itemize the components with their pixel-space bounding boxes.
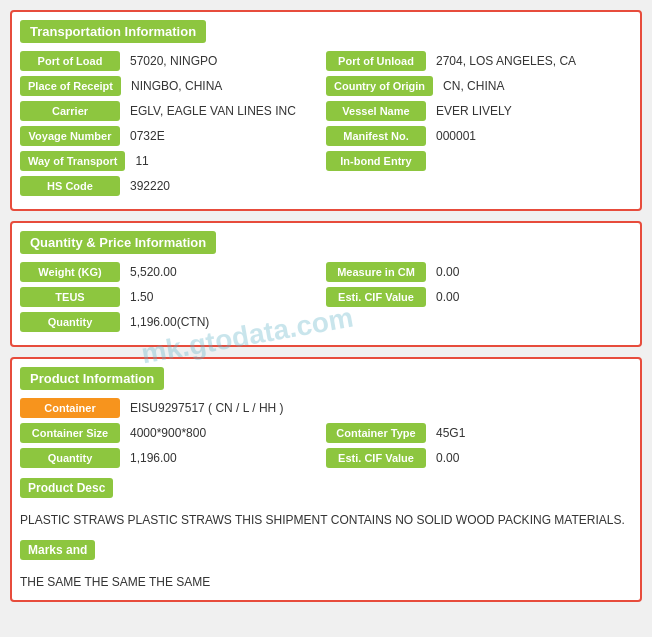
- transport-field-group-right-3: Manifest No. 000001: [326, 126, 632, 146]
- container-type-value: 45G1: [431, 424, 470, 442]
- transport-row-2: Carrier EGLV, EAGLE VAN LINES INC Vessel…: [20, 101, 632, 121]
- marks-section: Marks and THE SAME THE SAME THE SAME: [20, 540, 632, 592]
- transport-row-3: Voyage Number 0732E Manifest No. 000001: [20, 126, 632, 146]
- product-row-0: Container Size 4000*900*800 Container Ty…: [20, 423, 632, 443]
- marks-header: Marks and: [20, 540, 95, 560]
- quantity-label: Quantity: [20, 312, 120, 332]
- voyage-number-label: Voyage Number: [20, 126, 120, 146]
- teus-label: TEUS: [20, 287, 120, 307]
- transport-row-5: HS Code 392220: [20, 176, 632, 196]
- esti-cif-value-label-qty: Esti. CIF Value: [326, 287, 426, 307]
- measure-in-cm-label: Measure in CM: [326, 262, 426, 282]
- quantity-row-2: Quantity 1,196.00(CTN): [20, 312, 632, 332]
- quantity-header: Quantity & Price Information: [20, 231, 216, 254]
- port-of-unload-value: 2704, LOS ANGELES, CA: [431, 52, 581, 70]
- product-row-1: Quantity 1,196.00 Esti. CIF Value 0.00: [20, 448, 632, 468]
- product-header: Product Information: [20, 367, 164, 390]
- transport-field-group-right-0: Port of Unload 2704, LOS ANGELES, CA: [326, 51, 632, 71]
- transport-field-group-right-4: In-bond Entry: [326, 151, 632, 171]
- place-of-receipt-value: NINGBO, CHINA: [126, 77, 227, 95]
- quantity-field-group-right-0: Measure in CM 0.00: [326, 262, 632, 282]
- transport-field-group-left-1: Place of Receipt NINGBO, CHINA: [20, 76, 326, 96]
- transport-field-group-left-5: HS Code 392220: [20, 176, 326, 196]
- transport-field-group-left-2: Carrier EGLV, EAGLE VAN LINES INC: [20, 101, 326, 121]
- quantity-field-group-right-1: Esti. CIF Value 0.00: [326, 287, 632, 307]
- voyage-number-value: 0732E: [125, 127, 170, 145]
- quantity-value: 1,196.00(CTN): [125, 313, 214, 331]
- vessel-name-label: Vessel Name: [326, 101, 426, 121]
- transport-field-group-left-3: Voyage Number 0732E: [20, 126, 326, 146]
- transportation-header: Transportation Information: [20, 20, 206, 43]
- container-value: EISU9297517 ( CN / L / HH ): [125, 399, 289, 417]
- esti-cif-value-prod: 0.00: [431, 449, 464, 467]
- teus-value: 1.50: [125, 288, 158, 306]
- hs-code-label: HS Code: [20, 176, 120, 196]
- transport-row-1: Place of Receipt NINGBO, CHINA Country o…: [20, 76, 632, 96]
- in-bond-entry-value: [431, 159, 441, 163]
- transport-row-4: Way of Transport 11 In-bond Entry: [20, 151, 632, 171]
- port-of-unload-label: Port of Unload: [326, 51, 426, 71]
- quantity-field-group-left-2: Quantity 1,196.00(CTN): [20, 312, 326, 332]
- country-of-origin-value: CN, CHINA: [438, 77, 509, 95]
- vessel-name-value: EVER LIVELY: [431, 102, 517, 120]
- manifest-no-label: Manifest No.: [326, 126, 426, 146]
- country-of-origin-label: Country of Origin: [326, 76, 433, 96]
- product-field-group-right-0: Container Type 45G1: [326, 423, 632, 443]
- quantity-field-group-left-1: TEUS 1.50: [20, 287, 326, 307]
- quantity-field-group-left-0: Weight (KG) 5,520.00: [20, 262, 326, 282]
- product-quantity-label: Quantity: [20, 448, 120, 468]
- product-desc-header: Product Desc: [20, 478, 113, 498]
- place-of-receipt-label: Place of Receipt: [20, 76, 121, 96]
- carrier-value: EGLV, EAGLE VAN LINES INC: [125, 102, 301, 120]
- container-label: Container: [20, 398, 120, 418]
- weight-value: 5,520.00: [125, 263, 182, 281]
- manifest-no-value: 000001: [431, 127, 481, 145]
- product-section: Product Information Container EISU929751…: [10, 357, 642, 602]
- in-bond-entry-label: In-bond Entry: [326, 151, 426, 171]
- hs-code-value: 392220: [125, 177, 175, 195]
- product-field-group-left-1: Quantity 1,196.00: [20, 448, 326, 468]
- transport-field-group-left-0: Port of Load 57020, NINGPO: [20, 51, 326, 71]
- product-field-group-left-0: Container Size 4000*900*800: [20, 423, 326, 443]
- measure-in-cm-value: 0.00: [431, 263, 464, 281]
- product-desc-section: Product Desc PLASTIC STRAWS PLASTIC STRA…: [20, 473, 632, 535]
- container-type-label: Container Type: [326, 423, 426, 443]
- quantity-row-1: TEUS 1.50 Esti. CIF Value 0.00: [20, 287, 632, 307]
- way-of-transport-value: 11: [130, 152, 153, 170]
- product-desc-value: PLASTIC STRAWS PLASTIC STRAWS THIS SHIPM…: [20, 510, 632, 530]
- transport-field-group-left-4: Way of Transport 11: [20, 151, 326, 171]
- product-quantity-value: 1,196.00: [125, 449, 182, 467]
- weight-label: Weight (KG): [20, 262, 120, 282]
- marks-value: THE SAME THE SAME THE SAME: [20, 572, 632, 592]
- quantity-section: Quantity & Price Information Weight (KG)…: [10, 221, 642, 347]
- transport-field-group-right-1: Country of Origin CN, CHINA: [326, 76, 632, 96]
- transport-field-group-right-2: Vessel Name EVER LIVELY: [326, 101, 632, 121]
- esti-cif-value-qty: 0.00: [431, 288, 464, 306]
- quantity-row-0: Weight (KG) 5,520.00 Measure in CM 0.00: [20, 262, 632, 282]
- container-size-label: Container Size: [20, 423, 120, 443]
- container-field-group: Container EISU9297517 ( CN / L / HH ): [20, 398, 632, 418]
- transportation-section: Transportation Information Port of Load …: [10, 10, 642, 211]
- container-size-value: 4000*900*800: [125, 424, 211, 442]
- carrier-label: Carrier: [20, 101, 120, 121]
- way-of-transport-label: Way of Transport: [20, 151, 125, 171]
- product-field-group-right-1: Esti. CIF Value 0.00: [326, 448, 632, 468]
- container-row: Container EISU9297517 ( CN / L / HH ): [20, 398, 632, 418]
- esti-cif-value-label-prod: Esti. CIF Value: [326, 448, 426, 468]
- transport-row-0: Port of Load 57020, NINGPO Port of Unloa…: [20, 51, 632, 71]
- port-of-load-label: Port of Load: [20, 51, 120, 71]
- port-of-load-value: 57020, NINGPO: [125, 52, 222, 70]
